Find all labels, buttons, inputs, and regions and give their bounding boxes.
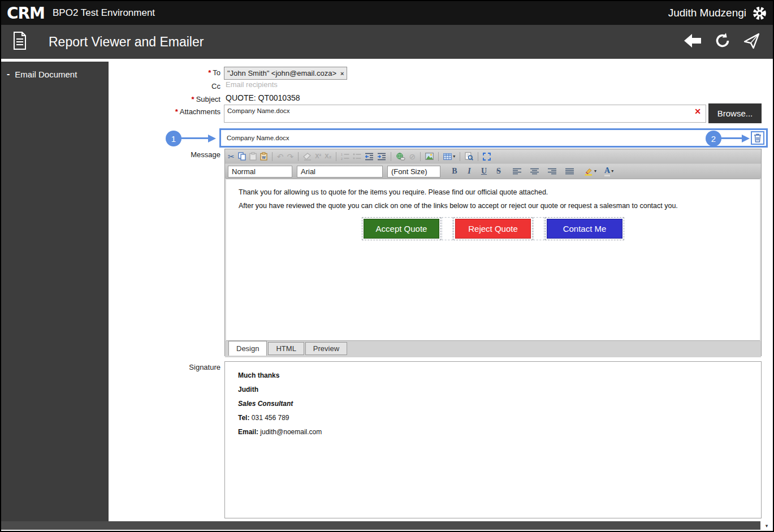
callout-2-arrow [721,137,743,139]
paste-icon[interactable] [249,152,257,161]
tab-html[interactable]: HTML [268,342,304,355]
signature-line: Email: judith@noemail.com [238,428,761,436]
bullet-list-icon[interactable] [353,153,361,160]
editor-toolbar-row1: ✂ W ↶ ↷ X² X₂ 12 ⊘ ▾ [225,149,761,164]
subject-label: *Subject [1,95,220,103]
highlight-color-button[interactable]: ▾ [584,167,596,176]
required-marker: * [192,95,194,103]
strikethrough-button[interactable]: S [494,167,504,176]
required-marker: * [208,68,211,77]
quote-paragraph-2: After you have reviewed the quote you ca… [239,196,760,210]
attachment-row[interactable]: Company Name.docx [219,128,768,148]
copy-icon[interactable] [238,152,246,161]
editor-tabstrip: Design HTML Preview [225,341,761,357]
back-icon[interactable] [683,33,702,51]
attachments-label: *Attachments [1,107,220,116]
svg-text:2: 2 [341,157,343,161]
paste-from-word-icon[interactable]: W [260,152,267,161]
bold-button[interactable]: B [449,167,460,176]
signature-box[interactable]: Much thanks Judith Sales Consultant Tel:… [224,361,762,518]
refresh-icon[interactable] [714,32,732,51]
underline-button[interactable]: U [479,167,489,176]
fullscreen-icon[interactable] [483,153,491,161]
callout-1-arrowhead [208,135,216,142]
sidebar: - Email Document [1,62,109,521]
recipient-chip-text: "John Smith" <john@email.coza> [227,69,336,77]
font-size-select[interactable]: (Font Size) [387,166,440,178]
toolbar-separator [391,152,391,161]
paragraph-style-select[interactable]: Normal [228,166,292,178]
top-bar: CRM BPO2 Test Environment Judith Mudzeng… [1,1,773,25]
delete-attachment-button[interactable] [751,131,764,145]
attachments-input[interactable]: Company Name.docx ✕ [224,105,706,123]
to-recipient-chip[interactable]: "John Smith" <john@email.coza> × [224,67,347,80]
required-marker: * [175,107,178,116]
tab-design[interactable]: Design [228,341,267,356]
italic-button[interactable]: I [464,167,474,176]
subject-value[interactable]: QUOTE: QT0010358 [226,93,300,102]
svg-text:1: 1 [341,153,343,156]
cut-icon[interactable]: ✂ [228,153,235,161]
table-cell: Contact Me [545,217,624,240]
editor-body[interactable]: Thank you for allowing us to quote for t… [226,179,760,341]
message-editor: ✂ W ↶ ↷ X² X₂ 12 ⊘ ▾ [224,149,762,356]
signature-line: Tel: 031 456 789 [238,414,761,422]
superscript-icon[interactable]: X² [315,153,321,159]
send-icon[interactable] [743,32,760,52]
callout-2-badge: 2 [706,131,721,146]
browse-button[interactable]: Browse... [708,103,762,123]
align-left-icon[interactable] [513,168,521,175]
environment-title: BPO2 Test Environment [53,7,155,19]
tab-preview[interactable]: Preview [305,342,347,355]
chevron-down-icon: ▾ [453,154,455,159]
app-window: CRM BPO2 Test Environment Judith Mudzeng… [0,0,774,532]
align-center-icon[interactable] [530,168,539,175]
scroll-down-arrow[interactable]: ▾ [760,521,773,530]
outdent-icon[interactable] [365,153,374,161]
crm-logo: CRM [7,4,45,23]
contact-me-button[interactable]: Contact Me [547,219,622,239]
signature-label: Signature [1,363,220,371]
attachments-value: Company Name.docx [227,107,290,114]
preview-find-icon[interactable] [465,152,473,161]
editor-toolbar-row2: Normal Arial (Font Size) B I U S ▾ A▾ [225,164,761,179]
undo-icon[interactable]: ↶ [277,153,284,161]
font-color-bar [604,175,610,176]
header-separator [1,59,773,62]
gear-icon[interactable] [752,6,767,21]
numbered-list-icon[interactable]: 12 [341,153,349,160]
page-header: Report Viewer and Emailer [1,25,773,59]
attachment-filename: Company Name.docx [227,135,289,141]
align-right-icon[interactable] [548,168,556,175]
cc-input[interactable]: Email recipients [226,80,508,90]
document-icon [12,32,27,52]
callout-1-arrow [181,137,210,139]
toolbar-separator [298,152,299,161]
page-title: Report Viewer and Emailer [49,34,204,50]
toolbar-separator [272,152,273,161]
trash-icon [754,133,762,142]
table-cell-spacer [442,217,453,240]
table-cell: Reject Quote [453,217,533,240]
subscript-icon[interactable]: X₂ [325,153,331,159]
reject-quote-button[interactable]: Reject Quote [455,219,531,239]
to-label: *To [1,68,220,77]
insert-link-icon[interactable] [396,153,405,161]
toolbar-separator [420,152,421,161]
indent-icon[interactable] [377,153,386,161]
table-cell: Accept Quote [362,217,441,240]
remove-link-icon[interactable]: ⊘ [409,153,416,161]
remove-format-icon[interactable] [303,153,312,161]
clear-attachment-icon[interactable]: ✕ [694,107,701,116]
remove-recipient-icon[interactable]: × [340,70,344,77]
bottom-scrollbar[interactable]: ▾ [1,521,773,530]
justify-icon[interactable] [565,168,574,175]
redo-icon[interactable]: ↷ [287,153,293,161]
font-color-button[interactable]: A▾ [604,166,613,176]
toolbar-separator [336,152,336,161]
insert-table-icon[interactable]: ▾ [443,153,455,160]
insert-image-icon[interactable] [425,153,434,160]
font-color-letter: A [604,166,610,175]
font-family-select[interactable]: Arial [297,166,383,178]
accept-quote-button[interactable]: Accept Quote [364,219,439,239]
